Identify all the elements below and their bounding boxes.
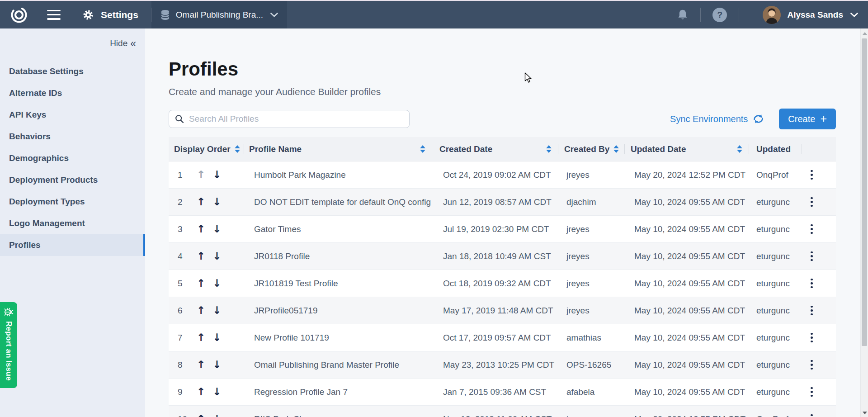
kebab-dot [811,368,813,370]
hide-label: Hide [110,38,127,48]
profile-name-cell: Regression Profile Jan 7 [244,387,432,397]
display-order-value: 2 [178,197,189,207]
sidebar-item-api-keys[interactable]: API Keys [0,104,145,126]
column-header-label: Profile Name [249,144,302,154]
sort-icon[interactable] [420,145,425,153]
updated-date-cell: May 10, 2024 09:55 AM CDT [624,279,749,289]
database-selector-label: Omail Publishing Bra... [176,10,263,20]
sort-icon[interactable] [737,145,742,153]
row-actions-menu-button[interactable] [809,331,815,345]
kebab-dot [811,306,813,308]
kebab-dot [811,395,813,397]
row-actions-menu-button[interactable] [809,223,815,236]
row-actions-menu-button[interactable] [809,168,815,182]
sync-environments-link[interactable]: Sync Environments [670,114,764,124]
column-header-profile-name[interactable]: Profile Name [244,137,432,161]
search-icon [175,114,184,123]
move-up-button[interactable]: ↑ [197,197,205,207]
move-down-button[interactable]: ↓ [212,414,221,417]
move-up-button[interactable]: ↑ [197,414,205,417]
notifications-bell-icon[interactable] [677,9,689,21]
scrollbar-down-arrow[interactable] [863,412,867,414]
top-navbar: Settings Omail Publishing Bra... ? [0,1,868,28]
menu-icon[interactable] [47,10,61,20]
column-header-created-date[interactable]: Created Date [432,137,558,161]
row-actions-menu-button[interactable] [809,250,815,263]
created-by-cell: jreyes [558,251,624,261]
created-by-cell: jreyes [558,279,624,289]
sort-icon[interactable] [613,145,619,153]
kebab-dot [811,391,813,393]
display-order-cell: 1↑↓ [169,170,244,180]
scrollbar-thumb[interactable] [862,38,867,346]
display-order-cell: 10↑↓ [169,414,244,417]
created-date-cell: May 17, 2019 11:48 AM CDT [432,306,558,316]
row-actions-menu-button[interactable] [809,412,815,417]
database-icon [160,9,170,20]
move-down-button[interactable]: ↓ [212,332,221,343]
report-an-issue-button[interactable]: Report an Issue [0,302,17,388]
move-down-button[interactable]: ↓ [212,360,221,370]
move-up-button[interactable]: ↑ [197,332,205,343]
sidebar-item-database-settings[interactable]: Database Settings [0,61,145,82]
sort-icon[interactable] [546,145,552,153]
move-up-button[interactable]: ↑ [197,278,205,289]
sidebar-item-logo-management[interactable]: Logo Management [0,213,145,234]
sidebar-item-behaviors[interactable]: Behaviors [0,126,145,147]
sort-up-triangle [737,145,742,148]
database-selector[interactable]: Omail Publishing Bra... [151,1,287,28]
omeda-logo-icon[interactable] [10,6,28,24]
move-up-button[interactable]: ↑ [197,170,205,180]
move-down-button[interactable]: ↓ [212,197,221,207]
user-menu-chevron-icon[interactable] [850,13,858,17]
row-actions-cell [802,168,836,182]
row-actions-menu-button[interactable] [809,358,815,372]
help-icon[interactable]: ? [712,8,727,22]
move-down-button[interactable]: ↓ [212,170,221,180]
sidebar-item-alternate-ids[interactable]: Alternate IDs [0,82,145,104]
search-input[interactable] [169,110,410,128]
created-by-cell: djachim [558,197,624,207]
profile-name-cell: Gator Times [244,224,432,234]
created-by-cell: jreyes [558,306,624,316]
profile-name-cell: Omail Publishing Brand Master Profile [244,360,432,370]
column-header-created-by[interactable]: Created By [558,137,624,161]
scrollbar-up-arrow[interactable] [863,32,867,35]
move-up-button[interactable]: ↑ [197,387,205,397]
kebab-dot [811,178,813,180]
kebab-dot [811,282,813,284]
kebab-dot [811,341,813,343]
table-row: 1↑↓Humbolt Park MagazineOct 24, 2019 09:… [169,161,836,189]
move-up-button[interactable]: ↑ [197,251,205,261]
user-name[interactable]: Alyssa Sands [787,10,843,20]
sort-down-triangle [546,150,552,153]
display-order-cell: 6↑↓ [169,305,244,316]
move-down-button[interactable]: ↓ [212,224,221,234]
sidebar-item-profiles[interactable]: Profiles [0,234,145,256]
display-order-value: 4 [178,251,189,261]
user-avatar[interactable] [763,6,781,24]
column-header-display-order[interactable]: Display Order [169,137,244,161]
row-actions-menu-button[interactable] [809,195,815,209]
sidebar-item-deployment-types[interactable]: Deployment Types [0,191,145,213]
sort-icon[interactable] [235,145,240,153]
move-down-button[interactable]: ↓ [212,251,221,261]
move-down-button[interactable]: ↓ [212,278,221,289]
vertical-scrollbar[interactable] [860,28,868,417]
move-up-button[interactable]: ↑ [197,305,205,316]
move-down-button[interactable]: ↓ [212,387,221,397]
sidebar-item-deployment-products[interactable]: Deployment Products [0,169,145,191]
move-down-button[interactable]: ↓ [212,305,221,316]
move-up-button[interactable]: ↑ [197,224,205,234]
row-actions-menu-button[interactable] [809,277,815,290]
row-actions-menu-button[interactable] [809,385,815,399]
kebab-dot [811,174,813,176]
move-up-button[interactable]: ↑ [197,360,205,370]
column-header-updated-date[interactable]: Updated Date [624,137,749,161]
updated-date-cell: May 10, 2024 09:55 AM CDT [624,333,749,343]
created-date-cell: Nov 12, 2019 11:00 AM CST [432,414,558,417]
row-actions-menu-button[interactable] [809,304,815,317]
sidebar-item-demographics[interactable]: Demographics [0,147,145,169]
create-button[interactable]: Create + [779,109,836,129]
hide-sidebar-button[interactable]: Hide« [0,28,145,50]
